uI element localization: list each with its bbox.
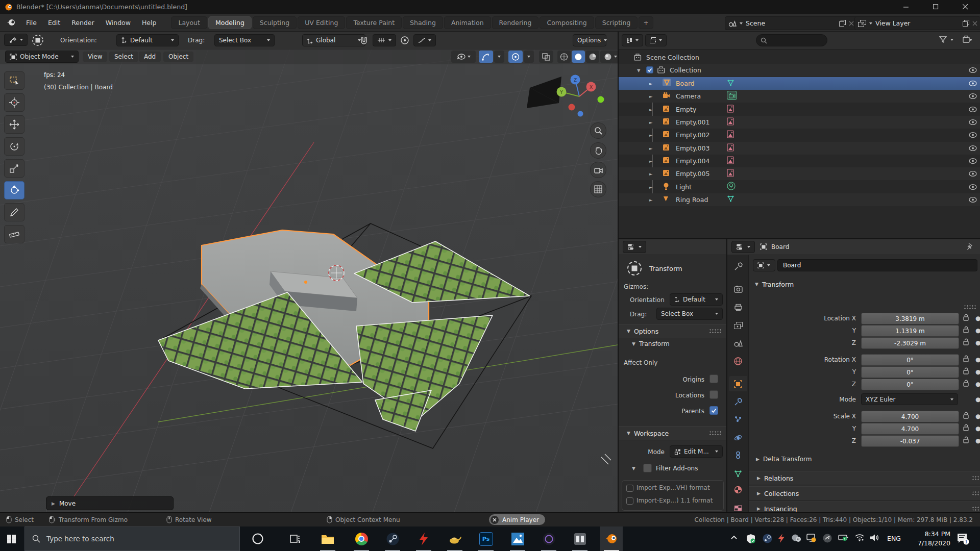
animate-dot[interactable]: ●: [975, 396, 980, 403]
workspace-tab-uv-editing[interactable]: UV Editing: [298, 16, 345, 29]
lock-icon[interactable]: [963, 355, 969, 362]
eye-icon[interactable]: [969, 119, 977, 125]
workspace-tab-modeling[interactable]: Modeling: [208, 16, 252, 29]
view-layer-copy-icon[interactable]: [963, 20, 969, 27]
transform-space-dropdown[interactable]: Global: [302, 34, 365, 46]
animate-dot[interactable]: ●: [975, 356, 980, 363]
tab-scene[interactable]: [729, 335, 747, 350]
steam-icon[interactable]: [381, 527, 404, 551]
clock[interactable]: 8:34 PM 7/18/2020: [910, 530, 950, 548]
blender-menu-logo-icon[interactable]: [6, 18, 16, 27]
tray-amd-icon[interactable]: [778, 534, 785, 543]
lock-icon[interactable]: [963, 412, 969, 419]
amd-app-icon[interactable]: [412, 527, 435, 551]
tray-chevron-icon[interactable]: [730, 534, 738, 542]
shading-solid-button[interactable]: [572, 51, 585, 63]
tool-move[interactable]: [4, 115, 24, 134]
visibility-dropdown[interactable]: [451, 51, 476, 63]
shading-rendered-button[interactable]: [600, 51, 618, 63]
rotation-mode-dropdown[interactable]: XYZ Euler: [861, 393, 958, 405]
show-overlays-toggle[interactable]: [508, 51, 523, 63]
eye-icon[interactable]: [969, 184, 977, 190]
scale-y-field[interactable]: 4.700: [861, 423, 959, 435]
properties-editor-type-dropdown[interactable]: [623, 241, 646, 253]
scale-z-field[interactable]: -0.037: [861, 435, 959, 447]
gizmo-z-neg[interactable]: [578, 111, 583, 117]
viewport-camera-button[interactable]: [590, 162, 606, 178]
outliner-row-board[interactable]: ► Board: [619, 77, 980, 90]
menu-file[interactable]: File: [20, 17, 42, 29]
viewport-scene[interactable]: Z X Y: [0, 32, 618, 512]
viewport-menu-view[interactable]: View: [83, 52, 107, 62]
animate-dot[interactable]: ●: [975, 368, 980, 375]
filter-icon[interactable]: [939, 36, 947, 43]
outliner-row-collection[interactable]: ▼ Collection: [619, 64, 980, 77]
eye-icon[interactable]: [969, 81, 977, 86]
workspace-tab-animation[interactable]: Animation: [444, 16, 491, 29]
blender-taskbar-icon[interactable]: [600, 527, 623, 551]
outliner-row-empty[interactable]: ► Empty: [619, 103, 980, 116]
expander-icon[interactable]: ►: [649, 133, 653, 138]
gizmo-y-neg[interactable]: [598, 96, 604, 103]
panel-grip[interactable]: [972, 506, 980, 511]
tp-orientation-dropdown[interactable]: Default: [670, 293, 723, 306]
outliner-row-empty-001[interactable]: ► Empty.001: [619, 116, 980, 129]
collection-checkbox[interactable]: [646, 66, 653, 73]
expander-icon[interactable]: ►: [649, 81, 653, 86]
addon-checkbox[interactable]: [626, 485, 633, 492]
shading-material-button[interactable]: [586, 51, 599, 63]
xray-toggle[interactable]: [539, 51, 553, 63]
lamp-app-icon[interactable]: [444, 527, 466, 551]
viewport-menu-select[interactable]: Select: [109, 52, 138, 62]
expander-icon[interactable]: ►: [649, 146, 653, 151]
workspace-mode-dropdown[interactable]: Edit M...: [670, 445, 723, 458]
object-name-field[interactable]: Board: [777, 259, 977, 271]
photos-app-icon[interactable]: [506, 527, 529, 551]
outliner-row-camera[interactable]: ► Camera: [619, 90, 980, 103]
animate-dot[interactable]: ●: [975, 437, 980, 444]
collections-panel[interactable]: ▶ Collections: [749, 486, 980, 500]
eye-icon[interactable]: [969, 197, 977, 203]
menu-edit[interactable]: Edit: [42, 17, 66, 29]
add-workspace-button[interactable]: +: [639, 16, 653, 29]
panel-grip[interactable]: [972, 491, 980, 496]
show-gizmo-toggle[interactable]: [479, 51, 493, 63]
ime-app-icon[interactable]: [569, 527, 591, 551]
anim-player-badge[interactable]: Anim Player: [489, 514, 545, 525]
outliner-row-scene-collection[interactable]: Scene Collection: [619, 51, 980, 64]
snap-settings-dropdown[interactable]: [373, 34, 396, 46]
location-x-field[interactable]: 3.3819 m: [861, 313, 959, 324]
options-panel-header[interactable]: ▼ Options: [619, 324, 726, 338]
tool-transform[interactable]: [4, 181, 24, 199]
tab-world[interactable]: [729, 354, 747, 369]
expander-icon[interactable]: ►: [649, 185, 653, 190]
tool-select-box[interactable]: [4, 71, 24, 90]
overlays-settings-dropdown[interactable]: [524, 51, 534, 63]
tool-rotate[interactable]: [4, 137, 24, 156]
pin-icon[interactable]: [966, 243, 973, 251]
addon-checkbox[interactable]: [626, 497, 633, 505]
animate-dot[interactable]: ●: [975, 381, 980, 388]
panel-grip[interactable]: [964, 305, 976, 310]
panel-grip[interactable]: [709, 431, 721, 436]
wifi-icon[interactable]: [854, 534, 865, 541]
eye-icon[interactable]: [969, 93, 977, 99]
tab-modifiers[interactable]: [729, 394, 747, 410]
outliner-row-ring-road[interactable]: ► Ring Road: [619, 193, 980, 206]
tool-cursor[interactable]: [4, 93, 24, 112]
eye-icon[interactable]: [969, 171, 977, 177]
workspace-tab-shading[interactable]: Shading: [403, 16, 443, 29]
object-id-icon-dropdown[interactable]: [753, 259, 775, 271]
properties-editor-type-dropdown[interactable]: [731, 241, 755, 253]
viewport-menu-object[interactable]: Object: [163, 52, 193, 62]
animate-dot[interactable]: ●: [975, 425, 980, 432]
expander-icon[interactable]: ►: [649, 159, 653, 164]
tp-drag-dropdown[interactable]: Select Box: [656, 308, 723, 320]
proportional-edit-icon[interactable]: [400, 36, 409, 45]
tab-material[interactable]: [729, 482, 747, 497]
close-button[interactable]: [950, 0, 980, 14]
volume-icon[interactable]: [870, 534, 880, 542]
start-button[interactable]: [0, 527, 22, 551]
tab-output[interactable]: [729, 299, 747, 315]
proportional-falloff-dropdown[interactable]: [413, 34, 436, 46]
